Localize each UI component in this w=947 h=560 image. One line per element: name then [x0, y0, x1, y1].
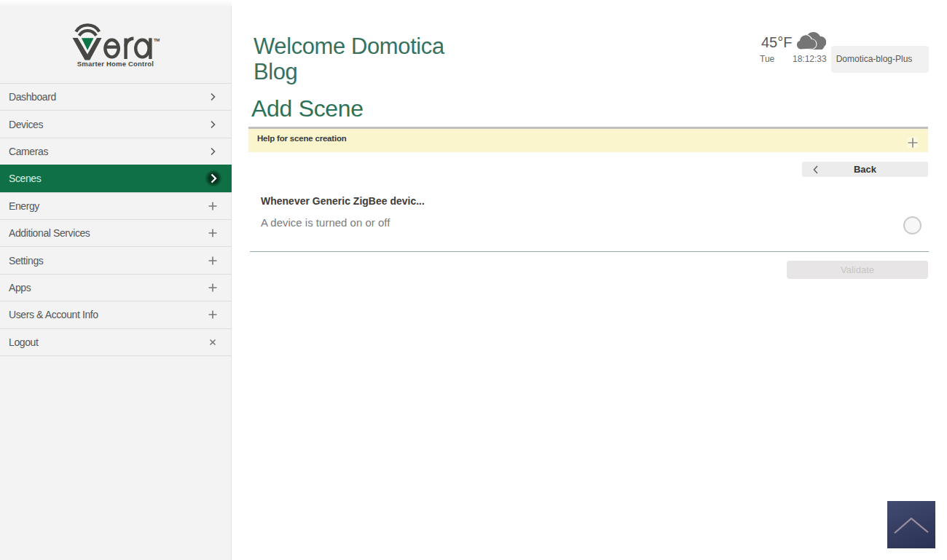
svg-text:Smarter Home Control: Smarter Home Control — [77, 60, 154, 68]
svg-text:TM: TM — [154, 38, 160, 42]
